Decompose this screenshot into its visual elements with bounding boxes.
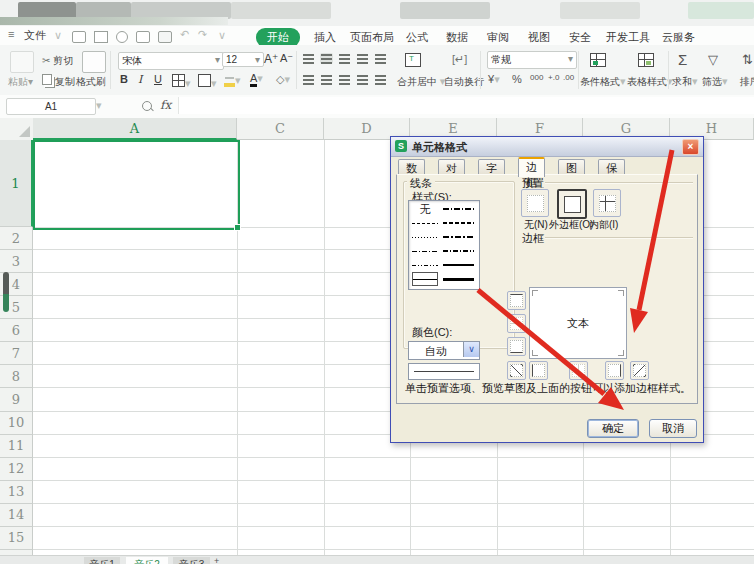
cancel-button[interactable]: 取消 [649, 419, 697, 438]
row-header-9[interactable]: 9 [0, 388, 33, 411]
chevron-down-icon[interactable]: ∨ [463, 342, 479, 357]
row-header-8[interactable]: 8 [0, 365, 33, 388]
sum-icon[interactable]: Σ [678, 51, 687, 68]
underline-button[interactable]: U [154, 73, 162, 85]
font-color-icon[interactable]: A▾ [250, 72, 263, 85]
line-style-hair-dash[interactable] [412, 216, 438, 230]
conditional-format-button[interactable]: 条件格式▾ [580, 75, 626, 89]
formula-input[interactable] [178, 97, 754, 114]
copy-button[interactable]: 复制 [42, 74, 75, 89]
sort-button[interactable]: 排序 [740, 75, 754, 89]
undo-icon[interactable]: ↶ [180, 28, 189, 41]
line-style-thick[interactable] [443, 272, 474, 286]
distributed-icon[interactable] [374, 74, 387, 87]
border-diag-down-button[interactable] [630, 361, 649, 380]
row-header-14[interactable]: 14 [0, 504, 33, 527]
row-header-2[interactable]: 2 [0, 227, 33, 250]
thousands-icon[interactable]: 000 [530, 73, 543, 82]
file-caret-icon[interactable]: ∨ [54, 29, 62, 42]
format-painter-button[interactable]: 格式刷 [76, 75, 106, 89]
line-style-thin[interactable] [412, 272, 438, 286]
row-header-11[interactable]: 11 [0, 435, 33, 458]
sheet-tab-音乐1[interactable]: 音乐1 [84, 557, 120, 564]
italic-button[interactable]: I [138, 73, 142, 86]
dialog-tab-边框[interactable]: 边框 [518, 157, 545, 177]
align-top-icon[interactable] [302, 53, 315, 66]
row-header-3[interactable]: 3 [0, 250, 33, 273]
name-box[interactable]: A1 [6, 98, 96, 115]
border-right-button[interactable] [605, 361, 624, 380]
hamburger-icon[interactable]: ≡ [8, 28, 14, 40]
currency-icon[interactable]: ¥▾ [488, 73, 500, 86]
dialog-tab-字体[interactable]: 字体 [478, 159, 505, 175]
border-diag-up-button[interactable] [507, 361, 526, 380]
line-style-med-dash-dot-dot[interactable] [443, 244, 474, 258]
dialog-tab-对齐[interactable]: 对齐 [438, 159, 465, 175]
decrease-indent-icon[interactable] [356, 53, 369, 66]
border-top-button[interactable] [507, 291, 526, 310]
increase-decimal-icon[interactable]: +.0 [548, 73, 559, 82]
table-style-button[interactable]: 表格样式▾ [627, 75, 673, 89]
ok-button[interactable]: 确定 [587, 419, 639, 438]
paste-icon[interactable] [10, 51, 34, 73]
print-icon[interactable] [136, 31, 150, 43]
table-style-icon[interactable] [638, 53, 654, 69]
name-box-dropdown-icon[interactable]: ▾ [96, 99, 102, 112]
dialog-tab-数字[interactable]: 数字 [398, 159, 425, 175]
line-style-fine-dash[interactable] [443, 216, 474, 230]
align-bottom-icon[interactable] [338, 53, 351, 66]
line-style-listbox[interactable]: 无 [408, 200, 480, 290]
row-header-6[interactable]: 6 [0, 319, 33, 342]
scroll-indicator[interactable] [3, 272, 9, 312]
row-header-1[interactable]: 1 [0, 140, 33, 227]
wrap-text-button[interactable]: 自动换行 [444, 75, 484, 89]
row-header-10[interactable]: 10 [0, 412, 33, 435]
line-style-none[interactable]: 无 [412, 202, 438, 216]
dialog-tab-保护[interactable]: 保护 [598, 159, 625, 175]
increase-indent-icon[interactable] [374, 53, 387, 66]
line-color-select[interactable]: 自动 ∨ [408, 341, 480, 360]
border-grid-icon[interactable]: ▾ [172, 74, 191, 90]
row-header-12[interactable]: 12 [0, 458, 33, 481]
add-sheet-button[interactable]: + [214, 556, 219, 564]
font-size-select[interactable]: 12▾ [222, 52, 264, 67]
output-icon[interactable] [116, 31, 128, 43]
conditional-format-icon[interactable] [590, 53, 606, 69]
merge-center-button[interactable]: 合并居中 ▾ [397, 75, 445, 89]
column-header-A[interactable]: A [33, 118, 237, 140]
cut-button[interactable]: ✂ 剪切 [42, 54, 73, 68]
row-header-7[interactable]: 7 [0, 342, 33, 365]
align-center-icon[interactable] [320, 74, 333, 87]
format-painter-icon[interactable] [82, 51, 106, 73]
preset-inside-button[interactable] [593, 189, 621, 217]
clear-format-icon[interactable]: ◇▾ [276, 73, 290, 86]
decrease-font-icon[interactable]: A⁻ [280, 52, 293, 65]
sheet-tab-音乐2[interactable]: 音乐2 [126, 557, 168, 564]
open-icon[interactable] [72, 31, 86, 43]
justify-icon[interactable] [356, 74, 369, 87]
preset-none-button[interactable] [521, 189, 549, 217]
close-icon[interactable]: × [682, 139, 699, 155]
wrap-text-icon[interactable]: [↵] [452, 53, 467, 66]
percent-icon[interactable]: % [512, 73, 522, 85]
number-format-select[interactable]: 常规▾ [487, 51, 577, 69]
column-header-C[interactable]: C [237, 118, 324, 140]
dialog-title-bar[interactable]: S 单元格格式 × [391, 137, 703, 157]
fx-icon[interactable]: fx [160, 98, 171, 112]
border-left-button[interactable] [529, 361, 548, 380]
draw-border-icon[interactable]: ▾ [198, 74, 217, 90]
select-all-corner[interactable] [0, 118, 34, 141]
sort-icon[interactable]: ⇅ [742, 52, 753, 67]
decrease-decimal-icon[interactable]: .00 [563, 73, 574, 82]
align-right-icon[interactable] [338, 74, 351, 87]
more-commands-icon[interactable]: ∨ [218, 29, 226, 42]
sheet-tab-音乐3[interactable]: 音乐3 [173, 557, 210, 564]
merge-center-icon[interactable]: T [405, 53, 421, 69]
line-style-dash-dot[interactable] [412, 244, 438, 258]
fill-color-icon[interactable]: ▾ [224, 74, 241, 87]
bold-button[interactable]: B [120, 73, 128, 85]
filter-icon[interactable]: ▽ [708, 52, 718, 67]
dialog-tab-图案[interactable]: 图案 [558, 159, 585, 175]
align-middle-icon[interactable] [320, 53, 333, 66]
row-header-15[interactable]: 15 [0, 527, 33, 550]
